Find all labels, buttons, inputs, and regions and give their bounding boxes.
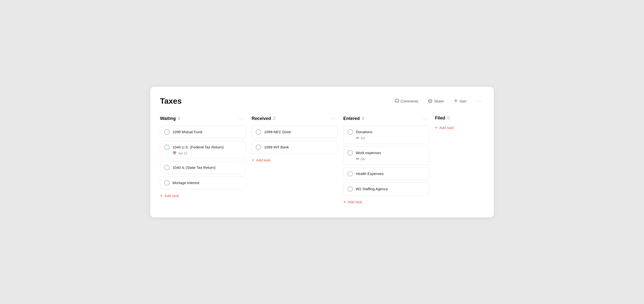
board-title: Taxes — [160, 97, 182, 106]
task-name: 1040 U.S. (Federal Tax Return) — [172, 145, 224, 149]
task-card[interactable]: Health Expenses — [343, 167, 429, 180]
task-card-row: W2 Staffing Agency — [348, 186, 425, 192]
column-title-text-waiting: Waiting — [160, 116, 176, 121]
column-title-text-received: Received — [252, 116, 271, 121]
plus-icon: + — [343, 200, 346, 204]
subtask-icon — [356, 136, 359, 140]
column-waiting: Waiting4···1099 Mutual Fund1040 U.S. (Fe… — [160, 115, 246, 199]
task-card-row: 1099 Mutual Fund — [164, 129, 242, 135]
task-meta: 0/2 — [348, 136, 425, 140]
comments-icon — [395, 99, 399, 103]
task-card-row: Mortage Interest — [164, 180, 242, 186]
add-task-btn-received[interactable]: +Add task — [252, 157, 270, 164]
board-header: Taxes Comments — [160, 97, 484, 106]
task-card[interactable]: 1040 U.S. (Federal Tax Return)📅Apr 12 — [160, 141, 246, 159]
board-container: Taxes Comments — [150, 87, 494, 218]
share-icon — [428, 99, 432, 103]
column-count-entered: 4 — [362, 116, 364, 121]
column-entered: Entered4···Donations 0/2Work expenses — [343, 115, 429, 205]
task-checkbox[interactable] — [256, 129, 261, 135]
task-checkbox[interactable] — [164, 144, 170, 150]
task-card-row: Health Expenses — [348, 171, 425, 177]
task-card-row: 1040 IL (State Tax Return) — [164, 165, 242, 170]
task-meta: 📅Apr 12 — [164, 151, 242, 155]
column-more-btn-waiting[interactable]: ··· — [238, 115, 246, 122]
task-checkbox[interactable] — [348, 186, 353, 192]
column-title-text-entered: Entered — [343, 116, 360, 121]
column-count-filed: 0 — [447, 115, 450, 121]
add-task-label: Add task — [348, 200, 362, 204]
more-options-button[interactable]: ··· — [474, 98, 484, 105]
column-count-received: 2 — [273, 116, 275, 121]
task-card-row: Donations — [348, 129, 425, 135]
column-title-entered: Entered4 — [343, 116, 364, 121]
task-name: 1099-NEC Doist — [264, 130, 290, 134]
add-task-btn-entered[interactable]: +Add task — [343, 199, 362, 205]
share-button[interactable]: Share — [426, 98, 446, 104]
plus-icon: + — [160, 194, 163, 198]
sort-icon — [454, 99, 458, 103]
plus-icon: + — [252, 158, 254, 163]
subtask-icon — [356, 157, 359, 161]
task-checkbox[interactable] — [348, 171, 353, 177]
column-title-text-filed: Filed — [435, 115, 445, 121]
task-card[interactable]: 1099-NEC Doist — [252, 125, 337, 138]
column-filed: Filed0+Add task — [435, 115, 484, 131]
task-checkbox[interactable] — [256, 144, 261, 150]
sort-label: Sort — [460, 99, 466, 103]
task-meta: 0/5 — [348, 157, 425, 161]
column-header-received: Received2··· — [252, 115, 337, 122]
task-date: Apr 12 — [178, 151, 187, 155]
task-card[interactable]: 1040 IL (State Tax Return) — [160, 161, 246, 174]
column-more-btn-received[interactable]: ··· — [329, 115, 338, 122]
calendar-icon: 📅 — [172, 151, 176, 155]
task-name: Donations — [356, 130, 372, 134]
task-card[interactable]: 1099-INT Bank — [252, 141, 337, 154]
task-list-entered: Donations 0/2Work expenses 0/5Health E — [343, 125, 429, 195]
plus-icon: + — [435, 125, 438, 130]
column-header-filed: Filed0 — [435, 115, 484, 121]
columns: Waiting4···1099 Mutual Fund1040 U.S. (Fe… — [160, 115, 484, 205]
task-name: 1040 IL (State Tax Return) — [172, 165, 216, 170]
add-task-label: Add task — [440, 125, 454, 130]
sort-button[interactable]: Sort — [452, 98, 468, 104]
task-name: 1099-INT Bank — [264, 145, 289, 149]
task-card-row: Work expenses — [348, 150, 425, 156]
task-card[interactable]: 1099 Mutual Fund — [160, 125, 246, 138]
task-card[interactable]: Donations 0/2 — [343, 125, 429, 144]
column-header-entered: Entered4··· — [343, 115, 429, 122]
comments-label: Comments — [400, 99, 418, 103]
add-task-btn-filed[interactable]: +Add task — [435, 125, 454, 131]
svg-rect-0 — [395, 99, 398, 102]
add-task-btn-waiting[interactable]: +Add task — [160, 193, 179, 199]
task-checkbox[interactable] — [164, 165, 170, 170]
task-name: W2 Staffing Agency — [356, 187, 388, 191]
column-header-waiting: Waiting4··· — [160, 115, 246, 122]
task-card-row: 1099-NEC Doist — [256, 129, 333, 135]
board-actions: Comments Share — [393, 98, 484, 105]
task-list-received: 1099-NEC Doist1099-INT Bank — [252, 125, 337, 154]
share-label: Share — [434, 99, 444, 103]
task-name: 1099 Mutual Fund — [172, 130, 202, 134]
add-task-label: Add task — [256, 158, 270, 162]
task-checkbox[interactable] — [348, 150, 353, 156]
task-checkbox[interactable] — [348, 129, 353, 135]
add-task-label: Add task — [165, 194, 179, 198]
task-name: Mortage Interest — [172, 181, 199, 185]
task-checkbox[interactable] — [164, 180, 170, 186]
column-title-filed: Filed0 — [435, 115, 450, 121]
task-card[interactable]: Mortage Interest — [160, 177, 246, 189]
column-title-received: Received2 — [252, 116, 275, 121]
svg-point-5 — [429, 101, 430, 101]
task-card[interactable]: W2 Staffing Agency — [343, 183, 429, 195]
comments-button[interactable]: Comments — [393, 98, 420, 104]
task-card-row: 1099-INT Bank — [256, 144, 333, 150]
svg-point-10 — [358, 137, 359, 138]
task-list-waiting: 1099 Mutual Fund1040 U.S. (Federal Tax R… — [160, 125, 246, 189]
column-title-waiting: Waiting4 — [160, 116, 180, 121]
column-more-btn-entered[interactable]: ··· — [421, 115, 429, 122]
task-card-row: 1040 U.S. (Federal Tax Return) — [164, 144, 242, 150]
svg-point-13 — [358, 158, 359, 159]
task-card[interactable]: Work expenses 0/5 — [343, 146, 429, 165]
task-checkbox[interactable] — [164, 129, 170, 135]
